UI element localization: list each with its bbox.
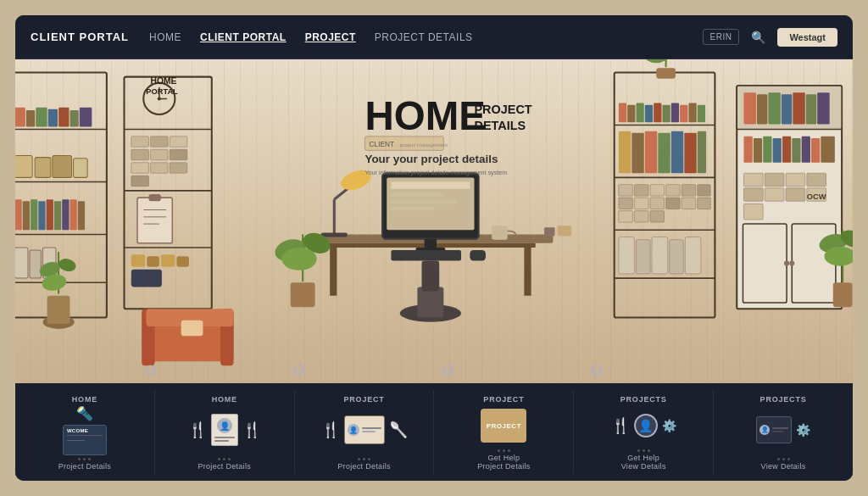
svg-rect-22: [62, 199, 69, 230]
svg-rect-42: [131, 137, 149, 147]
bottom-nav-label-bot-6: View Details: [761, 462, 806, 471]
svg-rect-162: [773, 138, 782, 163]
svg-rect-16: [15, 199, 22, 230]
bottom-nav-label-top-3: PROJECT: [344, 395, 385, 404]
bottom-nav-item-6[interactable]: PROJECTS 👤 ⚙️: [713, 390, 853, 474]
svg-rect-85: [470, 250, 486, 260]
svg-text:Your your project details: Your your project details: [364, 153, 498, 165]
svg-text:OCW: OCW: [807, 192, 826, 201]
bottom-nav-label-bot-2: Project Details: [198, 462, 251, 471]
svg-rect-152: [743, 92, 755, 124]
svg-rect-115: [671, 103, 679, 123]
fork-icon-3: 🍴: [321, 421, 340, 439]
svg-rect-118: [698, 105, 705, 123]
dot-sep-6: [777, 458, 790, 460]
svg-rect-61: [131, 270, 162, 287]
svg-rect-124: [684, 133, 696, 173]
svg-rect-153: [757, 94, 767, 124]
svg-rect-154: [768, 92, 780, 124]
bottom-nav: HOME 🔦 WCOME ────── Project: [15, 383, 853, 481]
svg-text:HOME: HOME: [150, 76, 176, 86]
svg-rect-71: [422, 260, 440, 291]
svg-rect-157: [806, 94, 816, 124]
nav-brand: CLIENT PORTAL: [31, 31, 129, 43]
svg-rect-83: [321, 232, 348, 237]
svg-rect-113: [654, 103, 661, 123]
dot-sep-5: [637, 449, 650, 452]
svg-rect-143: [652, 237, 668, 274]
svg-rect-122: [658, 133, 670, 173]
svg-point-193: [593, 365, 601, 374]
svg-rect-60: [176, 256, 188, 266]
svg-rect-46: [150, 149, 168, 159]
fork-icon-left: 🍴: [188, 421, 207, 439]
svg-rect-114: [662, 105, 670, 123]
svg-rect-165: [802, 137, 810, 163]
nav-cta-button[interactable]: Westagt: [777, 28, 837, 47]
bottom-nav-label-top-4: PROJECT: [483, 395, 524, 404]
svg-text:Your information project detai: Your information project details managem…: [364, 169, 507, 176]
bottom-nav-item-1[interactable]: HOME 🔦 WCOME ────── Project: [15, 390, 154, 474]
svg-rect-45: [131, 149, 149, 159]
svg-text:...project management: ...project management: [396, 142, 448, 148]
svg-rect-120: [632, 133, 643, 173]
svg-rect-132: [619, 198, 633, 209]
svg-rect-121: [645, 131, 657, 174]
svg-rect-128: [650, 185, 665, 196]
svg-rect-59: [161, 254, 175, 266]
svg-text:CLIENT: CLIENT: [370, 141, 394, 148]
svg-rect-142: [636, 240, 650, 274]
svg-rect-133: [634, 198, 648, 209]
bottom-nav-item-2[interactable]: HOME 🍴 👤 🍴: [154, 390, 294, 474]
dot-sep-3: [358, 458, 370, 460]
svg-rect-24: [78, 201, 85, 230]
svg-rect-161: [763, 137, 771, 163]
nav-link-home[interactable]: HOME: [147, 28, 183, 47]
nav-link-client-portal[interactable]: CLIENT PORTAL: [198, 28, 288, 47]
svg-rect-44: [170, 137, 187, 147]
dot-sep-4: [498, 449, 510, 452]
svg-rect-57: [131, 254, 146, 266]
search-icon[interactable]: 🔍: [748, 27, 769, 47]
bottom-nav-label-bot-1: Project Details: [58, 462, 112, 471]
bottom-nav-icon-area-5: 🍴 👤 ⚙️: [581, 404, 706, 448]
nav-link-project-details[interactable]: PROJECT DETAILS: [373, 28, 475, 47]
fork-icon-right: 🍴: [242, 421, 261, 439]
svg-rect-139: [634, 211, 648, 222]
circle-person-icon: 👤: [634, 414, 658, 437]
dot-sep-2: [218, 458, 231, 460]
svg-rect-178: [833, 282, 853, 307]
svg-rect-58: [147, 256, 159, 266]
project-highlight-box: PROJECT: [481, 409, 526, 443]
svg-rect-134: [650, 198, 665, 209]
svg-text:PORTAL: PORTAL: [146, 87, 178, 96]
svg-rect-51: [131, 176, 149, 186]
svg-rect-110: [627, 105, 635, 123]
lamp-icon: 🔦: [76, 405, 93, 421]
svg-rect-29: [47, 296, 70, 324]
svg-rect-167: [821, 137, 835, 163]
svg-rect-105: [656, 68, 676, 78]
svg-rect-78: [425, 239, 437, 248]
svg-rect-189: [558, 226, 572, 236]
svg-rect-9: [58, 108, 69, 127]
bottom-nav-item-5[interactable]: PROJECTS 🍴 👤 ⚙️ Get HelpView Details: [573, 390, 713, 474]
svg-rect-176: [743, 203, 763, 220]
bottom-nav-label-bot-4: Get HelpProject Details: [477, 454, 531, 471]
svg-rect-140: [650, 211, 665, 222]
nav-link-project[interactable]: PROJECT: [303, 28, 358, 47]
svg-rect-109: [619, 103, 626, 123]
svg-rect-43: [150, 137, 168, 147]
svg-rect-138: [619, 211, 633, 222]
svg-rect-187: [181, 320, 203, 337]
bottom-nav-icon-area-6: 👤 ⚙️: [721, 404, 846, 456]
svg-rect-125: [698, 131, 706, 174]
svg-rect-163: [782, 137, 791, 163]
svg-rect-131: [698, 185, 710, 196]
bottom-nav-item-3[interactable]: PROJECT 🍴 👤 🥄: [294, 390, 434, 474]
bottom-nav-item-4[interactable]: PROJECT PROJECT Get HelpProject Details: [433, 390, 573, 474]
svg-text:PROJECT: PROJECT: [474, 103, 531, 116]
mini-doc-icon: 👤: [211, 414, 238, 446]
svg-rect-160: [754, 138, 762, 163]
svg-rect-145: [685, 237, 701, 274]
